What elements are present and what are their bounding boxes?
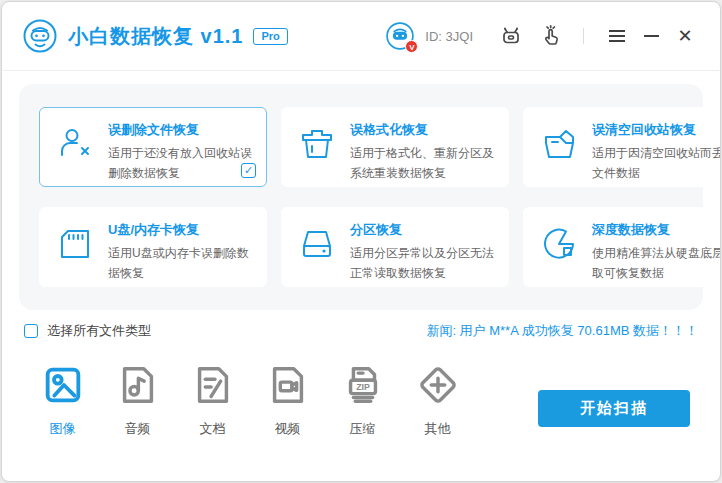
card-description: 适用于格式化、重新分区及系统重装数据恢复 xyxy=(350,144,498,184)
doc-file-icon xyxy=(190,362,236,408)
card-title: 分区恢复 xyxy=(350,221,498,239)
recovery-modes-panel: 误删除文件恢复 适用于还没有放入回收站误删除数据恢复 ✓ 误格式化恢复 适用于格… xyxy=(19,84,703,310)
minimize-button[interactable] xyxy=(638,23,664,49)
hamburger-icon xyxy=(609,30,625,42)
card-deep-scan-recovery[interactable]: 深度数据恢复 使用精准算法从硬盘底层获取可恢复数据 xyxy=(523,207,721,287)
menu-button[interactable] xyxy=(604,23,630,49)
user-id-label: ID: 3JQI xyxy=(425,29,473,44)
audio-file-icon xyxy=(115,362,161,408)
app-window: 小白数据恢复 v1.1 Pro V ID: 3JQI xyxy=(1,1,721,482)
card-title: 误删除文件恢复 xyxy=(108,121,256,139)
video-file-icon xyxy=(265,362,311,408)
app-title: 小白数据恢复 v1.1 xyxy=(68,23,243,50)
user-avatar[interactable]: V xyxy=(385,21,415,51)
image-file-icon xyxy=(40,362,86,408)
vip-badge: V xyxy=(405,40,418,53)
card-title: 深度数据恢复 xyxy=(592,221,721,239)
select-all-label: 选择所有文件类型 xyxy=(47,322,151,340)
hard-drive-icon xyxy=(297,224,337,264)
file-type-other[interactable]: 其他 xyxy=(414,362,461,438)
card-title: U盘/内存卡恢复 xyxy=(108,221,256,239)
start-scan-button[interactable]: 开始扫描 xyxy=(538,390,690,427)
minimize-icon xyxy=(644,35,659,37)
zip-file-icon: ZIP xyxy=(340,362,386,408)
other-plus-icon xyxy=(415,362,461,408)
close-button[interactable]: ✕ xyxy=(672,23,698,49)
file-type-label: 音频 xyxy=(125,420,151,438)
card-title: 误格式化恢复 xyxy=(350,121,498,139)
file-type-archive[interactable]: ZIP 压缩 xyxy=(339,362,386,438)
click-hand-icon[interactable] xyxy=(539,24,563,48)
recycle-bin-icon xyxy=(539,124,579,164)
card-description: 使用精准算法从硬盘底层获取可恢复数据 xyxy=(592,244,721,284)
news-ticker: 新闻: 用户 M**A 成功恢复 70.61MB 数据！！！ xyxy=(426,322,698,340)
close-icon: ✕ xyxy=(677,27,692,45)
deep-scan-icon xyxy=(539,224,579,264)
robot-helper-icon[interactable] xyxy=(499,24,523,48)
file-type-label: 文档 xyxy=(200,420,226,438)
card-partition-recovery[interactable]: 分区恢复 适用分区异常以及分区无法正常读取数据恢复 xyxy=(281,207,509,287)
card-title: 误清空回收站恢复 xyxy=(592,121,721,139)
format-bin-icon xyxy=(297,124,337,164)
app-logo-robot-icon xyxy=(22,18,58,54)
card-description: 适用于还没有放入回收站误删除数据恢复 xyxy=(108,144,256,184)
card-deleted-file-recovery[interactable]: 误删除文件恢复 适用于还没有放入回收站误删除数据恢复 ✓ xyxy=(39,107,267,187)
file-type-documents[interactable]: 文档 xyxy=(189,362,236,438)
file-type-label: 图像 xyxy=(50,420,76,438)
file-type-label: 其他 xyxy=(425,420,451,438)
options-row: 选择所有文件类型 新闻: 用户 M**A 成功恢复 70.61MB 数据！！！ xyxy=(24,322,698,340)
card-description: 适用U盘或内存卡误删除数据恢复 xyxy=(108,244,256,284)
pro-badge: Pro xyxy=(253,28,287,45)
file-types-row: 图像 音频 文档 视频 xyxy=(39,362,690,438)
card-format-recovery[interactable]: 误格式化恢复 适用于格式化、重新分区及系统重装数据恢复 xyxy=(281,107,509,187)
file-type-label: 视频 xyxy=(275,420,301,438)
card-checkbox-checked[interactable]: ✓ xyxy=(241,163,256,178)
file-type-label: 压缩 xyxy=(350,420,376,438)
card-usb-sdcard-recovery[interactable]: U盘/内存卡恢复 适用U盘或内存卡误删除数据恢复 xyxy=(39,207,267,287)
titlebar: 小白数据恢复 v1.1 Pro V ID: 3JQI xyxy=(2,2,720,70)
card-description: 适用分区异常以及分区无法正常读取数据恢复 xyxy=(350,244,498,284)
card-description: 适用于因清空回收站而丢失文件数据 xyxy=(592,144,721,184)
titlebar-divider xyxy=(583,28,584,44)
sd-card-icon xyxy=(55,224,95,264)
user-x-icon xyxy=(55,124,95,164)
file-type-images[interactable]: 图像 xyxy=(39,362,86,438)
svg-text:ZIP: ZIP xyxy=(356,382,370,392)
header-divider xyxy=(3,70,719,71)
select-all-checkbox[interactable] xyxy=(24,324,38,338)
file-type-video[interactable]: 视频 xyxy=(264,362,311,438)
file-type-audio[interactable]: 音频 xyxy=(114,362,161,438)
card-recycle-bin-recovery[interactable]: 误清空回收站恢复 适用于因清空回收站而丢失文件数据 xyxy=(523,107,721,187)
